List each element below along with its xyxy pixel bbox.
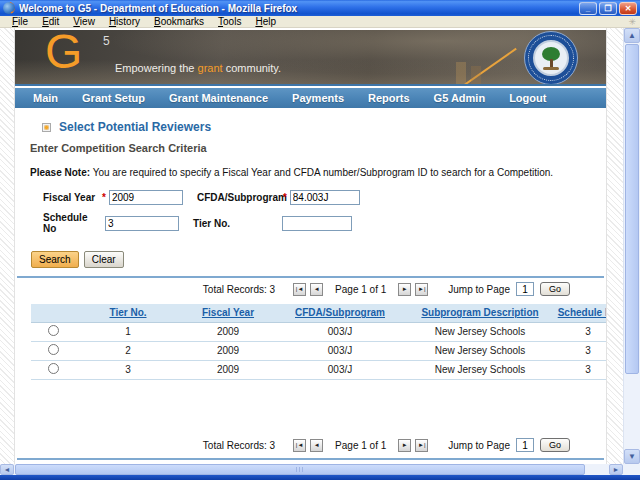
menu-bookmarks[interactable]: Bookmarks [147, 16, 211, 28]
required-asterisk: * [102, 192, 106, 203]
prev-page-button[interactable]: ◄ [310, 283, 323, 296]
cfda-cell: 003/J [275, 322, 405, 341]
nav-logout[interactable]: Logout [509, 92, 546, 104]
scroll-down-button[interactable]: ▼ [624, 449, 640, 464]
next-page-button[interactable]: ► [398, 283, 411, 296]
page-content: G 5 Empowering the grant community. Main [14, 28, 607, 464]
nav-main[interactable]: Main [33, 92, 58, 104]
scroll-left-button[interactable]: ◄ [0, 464, 14, 475]
jump-to-page-input[interactable] [516, 438, 534, 452]
menu-edit[interactable]: Edit [35, 16, 66, 28]
fiscal-year-cell: 2009 [181, 341, 275, 360]
cfda-subprogram-label: CFDA/Subprogram [197, 192, 283, 203]
first-page-button[interactable]: |◄ [293, 439, 306, 452]
table-row: 1 2009 003/J New Jersey Schools 3 [31, 322, 607, 341]
total-records-label: Total Records: 3 [203, 440, 275, 451]
tier-cell: 2 [75, 341, 181, 360]
nav-grant-maintenance[interactable]: Grant Maintenance [169, 92, 268, 104]
total-records-label: Total Records: 3 [203, 284, 275, 295]
description-cell: New Jersey Schools [405, 360, 555, 379]
nav-reports[interactable]: Reports [368, 92, 410, 104]
clear-button[interactable]: Clear [84, 251, 124, 268]
main-nav-bar: Main Grant Setup Grant Maintenance Payme… [15, 88, 606, 108]
bookshelf-decoration [471, 66, 481, 84]
pagination-top: Total Records: 3 |◄ ◄ Page 1 of 1 ► ►| J… [15, 278, 606, 300]
search-button[interactable]: Search [31, 251, 79, 268]
last-page-button[interactable]: ►| [415, 439, 428, 452]
vertical-scrollbar[interactable]: ▲ ▼ [623, 28, 640, 464]
firefox-icon [3, 2, 15, 14]
bookshelf-decoration [456, 62, 466, 84]
browser-window: Welcome to G5 - Department of Education … [0, 0, 640, 480]
restore-button[interactable]: ❐ [599, 2, 617, 15]
search-criteria-form: Fiscal Year * CFDA/Subprogram * Schedule… [43, 190, 606, 241]
schedule-cell: 3 [555, 322, 607, 341]
fiscal-year-header[interactable]: Fiscal Year [181, 304, 275, 322]
prev-page-button[interactable]: ◄ [310, 439, 323, 452]
page-subtitle: Enter Competition Search Criteria [30, 142, 606, 154]
schedule-no-header[interactable]: Schedule No [555, 304, 607, 322]
fiscal-year-cell: 2009 [181, 360, 275, 379]
nav-g5-admin[interactable]: G5 Admin [434, 92, 486, 104]
tier-cell: 3 [75, 360, 181, 379]
g5-logo-5: 5 [103, 34, 110, 48]
menu-view[interactable]: View [66, 16, 102, 28]
menu-history[interactable]: History [102, 16, 147, 28]
g5-logo: G [45, 30, 80, 79]
cfda-header[interactable]: CFDA/Subprogram [275, 304, 405, 322]
menu-help[interactable]: Help [248, 16, 283, 28]
dept-of-education-seal-icon [524, 31, 578, 85]
banner-tagline: Empowering the grant community. [115, 62, 281, 74]
page-indicator: Page 1 of 1 [335, 284, 386, 295]
fiscal-year-input[interactable] [109, 190, 183, 205]
next-page-button[interactable]: ► [398, 439, 411, 452]
menu-tools[interactable]: Tools [211, 16, 248, 28]
first-page-button[interactable]: |◄ [293, 283, 306, 296]
horizontal-scrollbar[interactable]: ◄ ► [0, 464, 640, 475]
subprogram-description-header[interactable]: Subprogram Description [405, 304, 555, 322]
tier-no-input[interactable] [282, 216, 352, 231]
select-column-header [31, 304, 75, 322]
horizontal-scroll-track[interactable] [586, 464, 609, 475]
row-select-radio[interactable] [48, 363, 59, 374]
tier-no-label: Tier No. [193, 218, 279, 229]
nav-payments[interactable]: Payments [292, 92, 344, 104]
schedule-no-label: Schedule No [43, 212, 102, 234]
tier-cell: 1 [75, 322, 181, 341]
note-text: Please Note: You are required to specify… [30, 167, 606, 178]
last-page-button[interactable]: ►| [415, 283, 428, 296]
page-indicator: Page 1 of 1 [335, 440, 386, 451]
vertical-scroll-thumb[interactable] [625, 44, 639, 374]
section-bullet-icon [42, 123, 51, 132]
go-button[interactable]: Go [540, 282, 570, 296]
minimize-button[interactable]: _ [579, 2, 597, 15]
throbber-icon: ✳ [628, 17, 636, 27]
go-button[interactable]: Go [540, 438, 570, 452]
note-body: You are required to specify a Fiscal Yea… [90, 167, 553, 178]
nav-grant-setup[interactable]: Grant Setup [82, 92, 145, 104]
table-row: 3 2009 003/J New Jersey Schools 3 [31, 360, 607, 379]
tier-no-header[interactable]: Tier No. [75, 304, 181, 322]
close-button[interactable]: ✕ [619, 2, 637, 15]
row-select-radio[interactable] [48, 344, 59, 355]
seal-tree-icon [533, 40, 569, 76]
window-title: Welcome to G5 - Department of Education … [19, 3, 579, 14]
scroll-up-button[interactable]: ▲ [624, 28, 640, 43]
tagline-highlight: grant [198, 62, 223, 74]
pagination-bottom: Total Records: 3 |◄ ◄ Page 1 of 1 ► ►| J… [15, 434, 606, 456]
title-bar[interactable]: Welcome to G5 - Department of Education … [0, 0, 640, 16]
table-header-row: Tier No. Fiscal Year CFDA/Subprogram Sub… [31, 304, 607, 322]
horizontal-scroll-thumb[interactable] [15, 464, 585, 475]
row-select-radio[interactable] [48, 325, 59, 336]
menu-bar: File Edit View History Bookmarks Tools H… [0, 16, 640, 28]
required-asterisk: * [283, 192, 287, 203]
scroll-right-button[interactable]: ► [609, 464, 623, 475]
note-label: Please Note: [30, 167, 90, 178]
jump-to-page-input[interactable] [516, 282, 534, 296]
menu-file[interactable]: File [5, 16, 35, 28]
schedule-no-input[interactable] [105, 216, 179, 231]
page-background: G 5 Empowering the grant community. Main [0, 28, 623, 464]
vertical-scroll-track[interactable] [624, 375, 640, 449]
cfda-subprogram-input[interactable] [290, 190, 360, 205]
g5-banner: G 5 Empowering the grant community. [15, 30, 606, 86]
